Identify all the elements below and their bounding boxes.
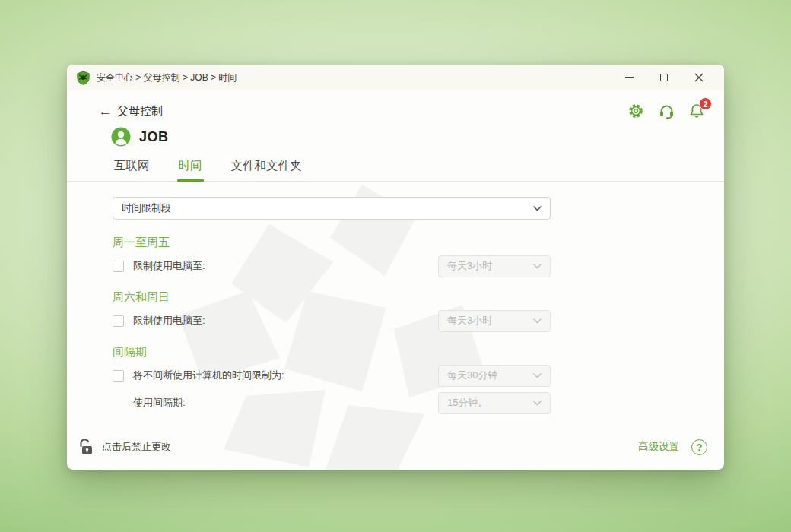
user-name: JOB bbox=[139, 129, 169, 145]
section-heading-interval: 间隔期 bbox=[113, 344, 551, 359]
interval-limit-select[interactable]: 每天30分钟 bbox=[438, 365, 551, 387]
notifications-button[interactable]: 2 bbox=[688, 102, 706, 120]
maximize-button[interactable] bbox=[646, 66, 681, 89]
maximize-icon bbox=[660, 74, 668, 81]
drweb-logo-icon bbox=[76, 71, 91, 85]
chevron-down-icon bbox=[533, 206, 542, 211]
user-row: JOB bbox=[111, 127, 724, 147]
help-button[interactable]: ? bbox=[691, 439, 707, 455]
titlebar: 安全中心 > 父母控制 > JOB > 时间 bbox=[67, 65, 724, 90]
weekend-limit-checkbox[interactable] bbox=[113, 315, 124, 327]
notification-badge: 2 bbox=[699, 97, 712, 110]
tab-internet[interactable]: 互联网 bbox=[113, 155, 151, 181]
close-button[interactable] bbox=[681, 66, 716, 89]
close-icon bbox=[694, 73, 704, 82]
chevron-down-icon bbox=[533, 401, 542, 406]
breadcrumb: 安全中心 > 父母控制 > JOB > 时间 bbox=[97, 71, 237, 84]
weekdays-limit-label: 限制使用电脑至: bbox=[133, 259, 205, 273]
help-question-mark: ? bbox=[697, 442, 703, 453]
interval-limit-label: 将不间断使用计算机的时间限制为: bbox=[133, 369, 284, 382]
support-button[interactable] bbox=[657, 102, 675, 120]
section-heading-weekend: 周六和周日 bbox=[113, 290, 551, 305]
interval-limit-row: 将不间断使用计算机的时间限制为: 每天30分钟 bbox=[113, 364, 551, 387]
weekend-limit-select[interactable]: 每天3小时 bbox=[438, 310, 551, 332]
weekend-limit-row: 限制使用电脑至: 每天3小时 bbox=[113, 309, 551, 332]
advanced-settings-link[interactable]: 高级设置 bbox=[638, 440, 679, 454]
weekdays-limit-select[interactable]: 每天3小时 bbox=[438, 255, 551, 277]
chevron-down-icon bbox=[533, 318, 542, 324]
lock-changes-label[interactable]: 点击后禁止更改 bbox=[102, 440, 171, 454]
headset-icon bbox=[658, 103, 675, 120]
page-title[interactable]: 父母控制 bbox=[117, 104, 163, 119]
weekend-limit-label: 限制使用电脑至: bbox=[133, 314, 205, 328]
window-footer: 点击后禁止更改 高级设置 ? bbox=[67, 429, 724, 470]
section-heading-weekdays: 周一至周五 bbox=[113, 235, 551, 250]
window-controls bbox=[612, 66, 716, 89]
time-settings-panel: 时间限制段 周一至周五 限制使用电脑至: 每天3小时 周六和周日 限制使用电脑至… bbox=[113, 197, 551, 414]
interval-duration-select[interactable]: 15分钟。 bbox=[438, 392, 551, 414]
tab-time[interactable]: 时间 bbox=[177, 155, 204, 181]
back-arrow-icon[interactable]: ← bbox=[99, 105, 112, 118]
gear-icon bbox=[627, 103, 644, 119]
interval-limit-select-value: 每天30分钟 bbox=[447, 369, 497, 382]
minimize-button[interactable] bbox=[612, 66, 646, 89]
minimize-icon bbox=[625, 77, 634, 78]
security-center-window: 安全中心 > 父母控制 > JOB > 时间 ← 父母控制 bbox=[67, 65, 724, 470]
interval-duration-label: 使用间隔期: bbox=[133, 396, 186, 410]
limit-type-select-value: 时间限制段 bbox=[122, 201, 171, 215]
limit-type-select[interactable]: 时间限制段 bbox=[113, 197, 551, 220]
chevron-down-icon bbox=[533, 373, 542, 378]
tab-files-folders[interactable]: 文件和文件夹 bbox=[230, 155, 303, 181]
weekdays-limit-checkbox[interactable] bbox=[113, 261, 124, 272]
interval-duration-select-value: 15分钟。 bbox=[447, 396, 488, 410]
settings-button[interactable] bbox=[627, 102, 645, 120]
interval-limit-checkbox[interactable] bbox=[113, 370, 124, 382]
tab-bar: 互联网 时间 文件和文件夹 bbox=[67, 155, 724, 182]
unlock-icon[interactable] bbox=[76, 437, 96, 457]
weekend-limit-select-value: 每天3小时 bbox=[447, 314, 492, 328]
weekdays-limit-row: 限制使用电脑至: 每天3小时 bbox=[113, 255, 551, 277]
weekdays-limit-select-value: 每天3小时 bbox=[447, 259, 492, 273]
page-header: ← 父母控制 bbox=[99, 102, 706, 120]
user-avatar-icon bbox=[111, 127, 131, 147]
chevron-down-icon bbox=[533, 264, 542, 269]
interval-duration-row: 使用间隔期: 15分钟。 bbox=[113, 391, 551, 414]
